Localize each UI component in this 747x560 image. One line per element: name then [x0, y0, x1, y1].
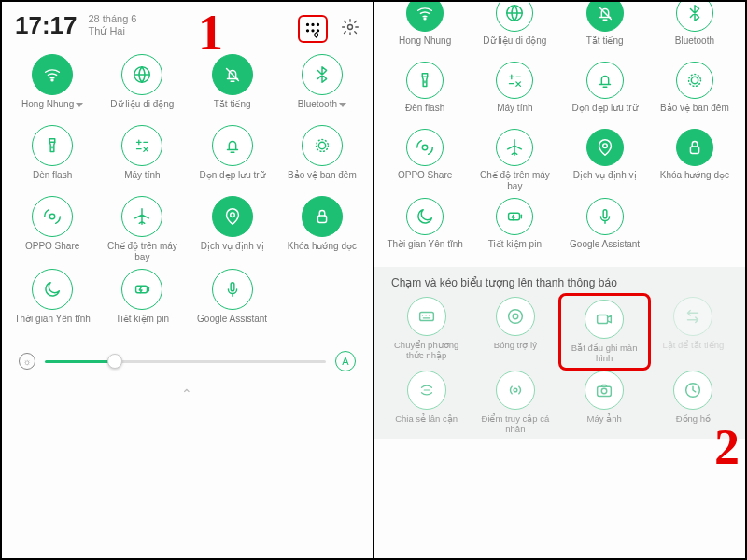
svg-point-13	[49, 214, 55, 219]
svg-point-14	[230, 213, 234, 217]
clock-time: 17:17	[15, 11, 78, 40]
tile-battery-saver[interactable]: Tiết kiệm pin	[97, 269, 187, 334]
tile-battery-saver[interactable]: Tiết kiệm pin	[470, 198, 559, 259]
battery-icon	[132, 279, 152, 300]
tile-nearby-share[interactable]: Chia sẻ lân cận	[382, 371, 471, 435]
lock-icon	[312, 206, 332, 227]
brightness-slider[interactable]	[45, 360, 326, 363]
tile-rotation-lock[interactable]: Khóa hướng dọc	[277, 196, 367, 263]
svg-rect-15	[317, 216, 326, 222]
svg-point-25	[602, 144, 607, 148]
svg-point-22	[691, 77, 698, 83]
tile-airplane[interactable]: Chế độ trên máy bay	[470, 129, 559, 192]
annotation-2: 2	[714, 418, 740, 476]
svg-point-11	[318, 142, 325, 148]
keyboard-icon	[416, 306, 437, 327]
bell-off-icon	[595, 3, 615, 23]
tile-cleanup[interactable]: Dọn dẹp lưu trữ	[188, 125, 277, 190]
tile-screen-record[interactable]: Bắt đầu ghi màn hình	[558, 293, 651, 371]
airplane-icon	[132, 206, 152, 227]
camera-icon	[594, 380, 614, 400]
svg-rect-29	[419, 312, 433, 320]
tile-bluetooth[interactable]: Bluetooth	[277, 54, 367, 119]
svg-point-31	[513, 314, 518, 319]
tile-oppo-share[interactable]: OPPO Share	[7, 196, 97, 263]
svg-point-23	[688, 75, 700, 87]
gear-icon	[341, 18, 359, 36]
globe-icon	[504, 3, 525, 23]
share-icon	[415, 137, 435, 158]
tile-google-assistant[interactable]: Google Assistant	[560, 198, 650, 259]
edit-instruction: Chạm và kéo biểu tượng lên thanh thông b…	[382, 276, 738, 297]
edit-tiles-button[interactable]	[298, 15, 328, 43]
nearby-icon	[416, 380, 437, 400]
tile-input-method[interactable]: Chuyển phương thức nhập	[382, 297, 471, 367]
tile-zen-mode[interactable]: Thời gian Yên tĩnh	[380, 198, 470, 259]
svg-point-4	[312, 30, 314, 32]
bell-off-icon	[222, 64, 243, 85]
auto-brightness-toggle[interactable]: A	[335, 351, 356, 371]
bubble-icon	[505, 306, 526, 327]
tile-google-assistant[interactable]: Google Assistant	[188, 269, 277, 334]
tile-night-shield[interactable]: Bảo vệ ban đêm	[650, 62, 740, 123]
record-icon	[594, 309, 614, 329]
tile-mobile-data[interactable]: Dữ liệu di động	[470, 2, 559, 56]
tile-oppo-share[interactable]: OPPO Share	[380, 129, 470, 192]
tile-flashlight[interactable]: Đèn flash	[7, 125, 97, 190]
wifi-icon	[42, 64, 63, 85]
tile-calculator[interactable]: Máy tính	[97, 125, 187, 190]
airplane-icon	[504, 137, 525, 158]
svg-point-0	[307, 24, 309, 26]
tile-cleanup[interactable]: Dọn dẹp lưu trữ	[560, 62, 650, 123]
annotation-1: 1	[198, 4, 223, 62]
tile-wifi[interactable]: Hong Nhung	[7, 54, 97, 119]
tile-camera[interactable]: Máy ảnh	[560, 371, 649, 435]
edit-grid-icon	[303, 19, 323, 39]
tile-flip-mute[interactable]: Lật để tắt tiếng	[649, 297, 738, 367]
svg-point-33	[514, 388, 517, 392]
svg-point-35	[601, 388, 607, 394]
flashlight-icon	[42, 135, 63, 156]
tile-mobile-data[interactable]: Dữ liệu di động	[97, 54, 187, 119]
bluetooth-icon	[312, 64, 332, 85]
svg-rect-17	[231, 283, 234, 291]
date: 28 tháng 6 Thứ Hai	[89, 13, 288, 37]
tile-location[interactable]: Dịch vụ định vị	[188, 196, 277, 263]
mic-icon	[222, 279, 243, 300]
tile-calculator[interactable]: Máy tính	[470, 62, 559, 123]
bell-icon	[222, 135, 243, 156]
flashlight-icon	[415, 70, 435, 91]
panel-handle[interactable]: ⌃	[2, 381, 373, 401]
calculator-icon	[132, 135, 152, 156]
tile-location[interactable]: Dịch vụ định vị	[560, 129, 650, 192]
svg-point-3	[307, 30, 309, 32]
flip-icon	[683, 306, 703, 327]
tile-mute[interactable]: Tắt tiếng	[560, 2, 650, 56]
bluetooth-icon	[684, 3, 705, 23]
tile-hotspot[interactable]: Điểm truy cập cá nhân	[471, 371, 559, 435]
tile-zen-mode[interactable]: Thời gian Yên tĩnh	[7, 269, 97, 334]
tile-bluetooth[interactable]: Bluetooth	[650, 2, 740, 56]
svg-point-5	[317, 30, 319, 32]
tile-mute[interactable]: Tắt tiếng	[188, 54, 277, 119]
clock-icon	[683, 380, 703, 400]
tile-rotation-lock[interactable]: Khóa hướng dọc	[650, 129, 740, 192]
calculator-icon	[504, 70, 525, 91]
svg-rect-26	[690, 147, 698, 153]
svg-point-7	[51, 79, 53, 81]
bell-icon	[595, 70, 615, 91]
tile-night-shield[interactable]: Bảo vệ ban đêm	[277, 125, 367, 190]
tile-assistant-bubble[interactable]: Bóng trợ lý	[471, 297, 559, 367]
settings-button[interactable]	[341, 18, 359, 40]
moon-icon	[415, 206, 435, 227]
mic-icon	[595, 206, 615, 227]
location-icon	[595, 137, 615, 158]
tile-airplane[interactable]: Chế độ trên máy bay	[97, 196, 187, 263]
svg-point-6	[348, 25, 353, 30]
night-icon	[312, 135, 332, 156]
tile-wifi[interactable]: Hong Nhung	[380, 2, 470, 56]
tile-flashlight[interactable]: Đèn flash	[380, 62, 470, 123]
svg-point-18	[424, 18, 426, 20]
svg-rect-9	[49, 139, 55, 143]
lock-icon	[684, 137, 705, 158]
